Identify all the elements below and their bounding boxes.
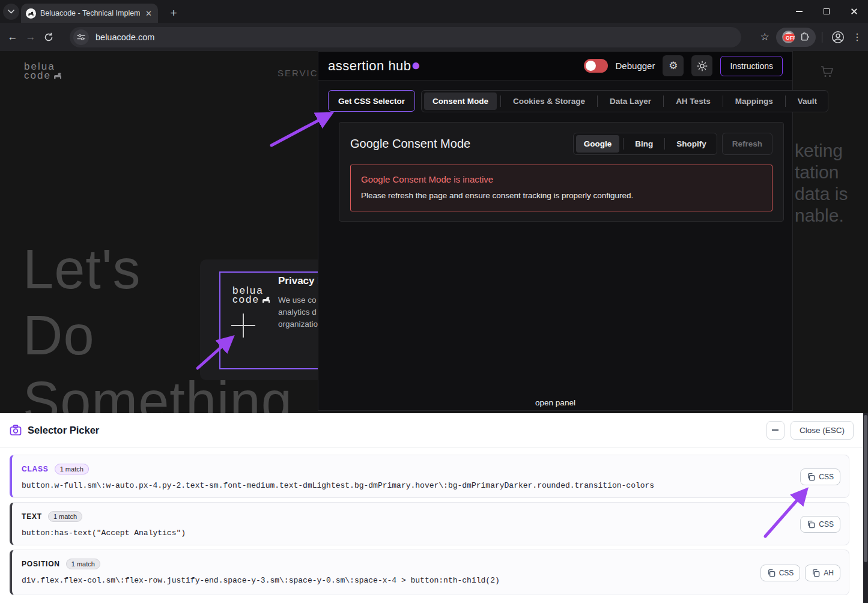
- favicon: [26, 8, 36, 19]
- url-bar[interactable]: beluacode.com: [70, 27, 741, 47]
- tab-ah-tests[interactable]: AH Tests: [667, 92, 719, 110]
- close-icon: [851, 8, 858, 15]
- selector-row-text: TEXT 1 match button:has-text("Accept Ana…: [10, 502, 849, 545]
- tab-separator: [663, 95, 664, 107]
- debugger-toggle[interactable]: [584, 59, 608, 73]
- google-consent-mode-card: Google Consent Mode Google Bing Shopify …: [339, 122, 784, 222]
- error-title: Google Consent Mode is inactive: [361, 174, 762, 184]
- profile-icon[interactable]: [831, 30, 845, 44]
- theme-button[interactable]: [691, 55, 712, 76]
- dog-icon: [53, 71, 62, 80]
- hero-line-2: Do: [23, 308, 95, 363]
- selector-row-class: CLASS 1 match button.w-full.sm\:w-auto.p…: [10, 455, 849, 498]
- copy-css-button[interactable]: CSS: [800, 468, 840, 485]
- get-css-selector-button[interactable]: Get CSS Selector: [328, 90, 415, 112]
- popup-logo: belua code: [232, 286, 271, 304]
- provider-tab-google[interactable]: Google: [576, 135, 620, 153]
- copy-css-button[interactable]: CSS: [760, 565, 801, 581]
- browser-titlebar: Beluacode - Technical Implemen ✕ +: [0, 0, 868, 23]
- page-text-fragment: data is: [795, 184, 848, 204]
- section-title: Google Consent Mode: [350, 137, 470, 151]
- privacy-popup-body: We use co analytics d organizatio: [278, 294, 318, 330]
- camera-icon: [10, 425, 22, 436]
- page-text-fragment: tation: [795, 162, 839, 183]
- tab-vault[interactable]: Vault: [789, 92, 825, 110]
- minus-icon: [772, 429, 778, 431]
- tab-separator: [500, 95, 501, 107]
- error-body: Please refresh the page and ensure conse…: [361, 191, 762, 200]
- sun-icon: [697, 61, 708, 71]
- maximize-icon: [824, 8, 830, 14]
- tab-group: Consent Mode Cookies & Storage Data Laye…: [421, 90, 828, 112]
- site-logo-line2: code: [24, 71, 51, 80]
- tab-data-layer[interactable]: Data Layer: [601, 92, 660, 110]
- extension-icon[interactable]: OFF: [782, 31, 795, 43]
- window-close-button[interactable]: [840, 0, 868, 23]
- cart-icon[interactable]: [819, 64, 836, 79]
- tab-separator: [623, 138, 624, 150]
- browser-menu-icon[interactable]: ⋮: [851, 31, 863, 43]
- tab-consent-mode[interactable]: Consent Mode: [424, 92, 497, 110]
- selector-code: button.w-full.sm\:w-auto.px-4.py-2.text-…: [22, 481, 839, 490]
- extension-off-badge: OFF: [783, 34, 795, 41]
- new-tab-button[interactable]: +: [166, 5, 181, 21]
- copy-css-button[interactable]: CSS: [800, 516, 840, 533]
- copy-icon: [807, 473, 815, 481]
- back-button[interactable]: ←: [4, 28, 22, 46]
- browser-tab[interactable]: Beluacode - Technical Implemen ✕: [21, 4, 158, 23]
- selector-picker-panel: Selector Picker Close (ESC) CLASS 1 matc…: [0, 413, 863, 603]
- tab-close-icon[interactable]: ✕: [144, 9, 153, 18]
- dog-icon: [261, 295, 271, 304]
- hero-line-1: Let's: [23, 241, 141, 297]
- tab-separator: [664, 138, 665, 150]
- bookmark-star-icon[interactable]: ☆: [757, 31, 772, 43]
- instructions-button[interactable]: Instructions: [720, 56, 783, 76]
- window-maximize-button[interactable]: [813, 0, 840, 23]
- selector-code: button:has-text("Accept Analytics"): [22, 529, 839, 538]
- window-minimize-button[interactable]: [785, 0, 813, 23]
- refresh-button[interactable]: Refresh: [722, 133, 772, 155]
- browser-toolbar: ← → beluacode.com ☆ OFF ⋮: [0, 23, 868, 51]
- selector-code: div.flex.flex-col.sm\:flex-row.justify-e…: [22, 576, 839, 585]
- picker-crosshair-icon: [231, 314, 255, 338]
- site-logo[interactable]: belua code: [24, 62, 62, 80]
- minimize-icon: [796, 11, 803, 12]
- provider-tab-bing[interactable]: Bing: [627, 135, 661, 153]
- tab-mappings[interactable]: Mappings: [727, 92, 782, 110]
- copy-icon: [767, 569, 775, 577]
- selector-type-label: CLASS: [22, 465, 49, 473]
- url-text: beluacode.com: [96, 32, 154, 42]
- puzzle-icon[interactable]: [800, 32, 810, 42]
- consent-mode-error: Google Consent Mode is inactive Please r…: [350, 165, 772, 211]
- picker-close-button[interactable]: Close (ESC): [791, 421, 854, 440]
- copy-icon: [812, 569, 820, 577]
- tab-search-button[interactable]: [3, 4, 19, 20]
- reload-button[interactable]: [40, 28, 58, 46]
- page-text-fragment: nable.: [795, 205, 844, 226]
- brand-dot: ●: [411, 56, 421, 74]
- extension-pill[interactable]: OFF: [776, 28, 816, 47]
- copy-ah-button[interactable]: AH: [805, 565, 840, 581]
- gear-icon: ⚙: [669, 59, 678, 72]
- assertion-hub-header: assertion hub● Debugger ⚙ Instructions: [318, 52, 792, 80]
- picker-minimize-button[interactable]: [766, 421, 785, 440]
- match-count-badge: 1 match: [48, 511, 82, 522]
- tab-separator: [785, 95, 786, 107]
- copy-icon: [807, 520, 815, 529]
- selector-row-position: POSITION 1 match div.flex.flex-col.sm\:f…: [10, 550, 849, 595]
- scrollbar-thumb[interactable]: [864, 415, 867, 562]
- scrollbar[interactable]: [863, 413, 868, 603]
- provider-tab-shopify[interactable]: Shopify: [669, 135, 714, 153]
- toggle-knob: [586, 61, 596, 71]
- open-panel-link[interactable]: open panel: [318, 398, 792, 407]
- match-count-badge: 1 match: [55, 464, 89, 474]
- assertion-hub-panel: assertion hub● Debugger ⚙ Instructions G…: [318, 51, 793, 411]
- reload-icon: [44, 32, 53, 42]
- settings-button[interactable]: ⚙: [663, 55, 684, 76]
- tab-cookies-storage[interactable]: Cookies & Storage: [505, 92, 593, 110]
- forward-button[interactable]: →: [22, 28, 40, 46]
- selector-type-label: TEXT: [22, 512, 42, 521]
- debugger-label: Debugger: [616, 61, 655, 71]
- site-settings-icon[interactable]: [73, 29, 89, 45]
- screen: belua code SERVICE Let's Do Something ke…: [0, 0, 868, 603]
